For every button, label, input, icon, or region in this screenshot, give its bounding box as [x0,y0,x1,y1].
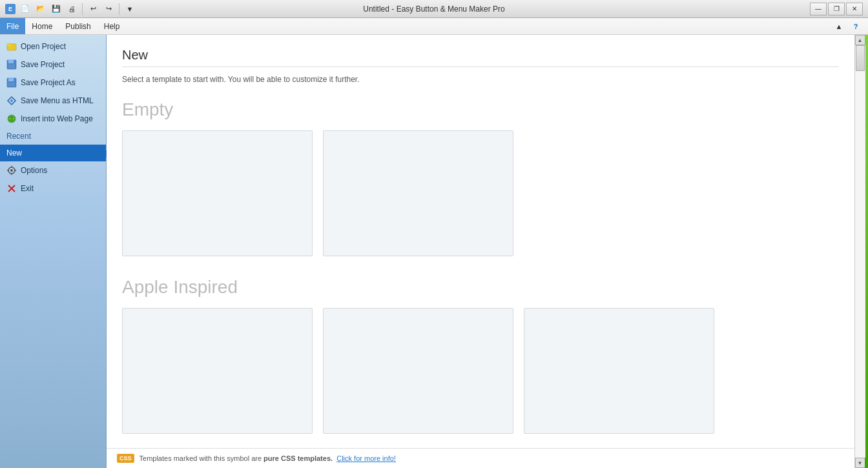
content-area: New Select a template to start with. You… [107,35,854,468]
template-card-empty-2[interactable] [323,130,513,256]
toolbar-sep [82,3,83,15]
title-bar: E 📄 📂 💾 🖨 ↩ ↪ ▼ Untitled - Easy Button &… [0,0,868,18]
sidebar-item-open-project-label: Open Project [21,42,66,51]
menu-up-btn[interactable]: ▲ [832,19,846,34]
menu-bar: File Home Publish Help ▲ ? [0,18,868,35]
open-project-icon [6,41,17,52]
sidebar-item-options[interactable]: Options [0,161,106,179]
template-card-apple-1[interactable] [122,308,313,434]
svg-rect-3 [8,60,14,63]
sidebar-item-save-menu-html-label: Save Menu as HTML [21,96,94,105]
sidebar-item-insert-webpage[interactable]: Insert into Web Page [0,110,106,128]
menu-file[interactable]: File [0,18,25,34]
minimize-button[interactable]: — [810,3,827,15]
toolbar-print-btn[interactable]: 🖨 [65,2,79,16]
insert-webpage-icon [6,114,17,124]
svg-point-9 [10,99,13,102]
empty-template-grid [122,130,839,256]
scroll-down-arrow[interactable]: ▼ [855,458,865,468]
sidebar-item-save-project-as[interactable]: Save Project As [0,74,106,92]
toolbar: 📄 📂 💾 🖨 ↩ ↪ ▼ [18,2,137,16]
footer-text-prefix: Templates marked with this symbol are [140,454,264,462]
content-scroll[interactable]: New Select a template to start with. You… [107,35,854,448]
apple-template-grid [122,308,839,434]
svg-rect-4 [8,65,15,68]
page-divider [122,66,839,67]
window-title: Untitled - Easy Button & Menu Maker Pro [363,5,504,14]
page-subtitle: Select a template to start with. You wil… [122,75,839,84]
sidebar: Open Project Save Project Save Project A… [0,35,107,468]
toolbar-save-btn[interactable]: 💾 [49,2,63,16]
svg-rect-6 [8,78,14,81]
toolbar-sep2 [119,3,119,15]
menu-bar-right: ▲ ? [832,19,868,34]
sidebar-item-exit[interactable]: Exit [0,179,106,198]
app-icon: E [5,4,16,14]
footer-text: Templates marked with this symbol are pu… [140,454,396,462]
section-apple-title: Apple Inspired [122,277,839,298]
toolbar-new-btn[interactable]: 📄 [18,2,32,16]
main-layout: Open Project Save Project Save Project A… [0,35,868,468]
sidebar-item-exit-label: Exit [21,184,34,193]
toolbar-open-btn[interactable]: 📂 [34,2,48,16]
toolbar-dropdown-btn[interactable]: ▼ [123,2,137,16]
scroll-up-arrow[interactable]: ▲ [855,35,865,45]
exit-icon [6,183,17,194]
css-badge: CSS [117,454,134,463]
save-project-as-icon [6,77,17,88]
window-controls: — ❐ ✕ [810,3,863,15]
close-button[interactable]: ✕ [846,3,863,15]
options-icon [6,165,17,176]
sidebar-item-new-label: New [6,148,22,158]
save-project-icon [6,59,17,70]
template-card-apple-3[interactable] [524,308,714,434]
footer-bold-text: pure CSS templates. [264,454,333,462]
page-title: New [122,48,839,63]
section-empty-title: Empty [122,99,839,120]
toolbar-undo-btn[interactable]: ↩ [86,2,100,16]
menu-help[interactable]: Help [98,18,127,34]
template-card-apple-2[interactable] [323,308,513,434]
menu-home[interactable]: Home [25,18,59,34]
sidebar-item-open-project[interactable]: Open Project [0,37,106,56]
right-scrollbar: ▲ ▼ [854,35,865,468]
menu-publish[interactable]: Publish [59,18,97,34]
scroll-thumb[interactable] [856,45,865,71]
content-footer: CSS Templates marked with this symbol ar… [107,448,854,468]
svg-point-14 [10,169,13,172]
sidebar-item-save-project-as-label: Save Project As [21,78,76,87]
restore-button[interactable]: ❐ [828,3,845,15]
svg-rect-1 [7,45,11,46]
scroll-track[interactable] [855,45,865,458]
toolbar-redo-btn[interactable]: ↪ [101,2,116,16]
green-accent-bar [865,35,868,468]
sidebar-item-save-project-label: Save Project [21,60,65,69]
sidebar-item-options-label: Options [21,166,47,175]
svg-rect-7 [8,83,15,86]
save-menu-html-icon [6,96,17,106]
sidebar-recent-label: Recent [0,128,106,145]
sidebar-item-save-menu-html[interactable]: Save Menu as HTML [0,92,106,110]
menu-help-btn[interactable]: ? [849,19,863,34]
title-bar-left: E 📄 📂 💾 🖨 ↩ ↪ ▼ [5,2,137,16]
sidebar-item-new[interactable]: New [0,145,106,161]
template-card-empty-1[interactable] [122,130,313,256]
sidebar-item-insert-webpage-label: Insert into Web Page [21,114,93,123]
footer-link[interactable]: Click for more info! [336,454,396,462]
sidebar-item-save-project[interactable]: Save Project [0,56,106,74]
